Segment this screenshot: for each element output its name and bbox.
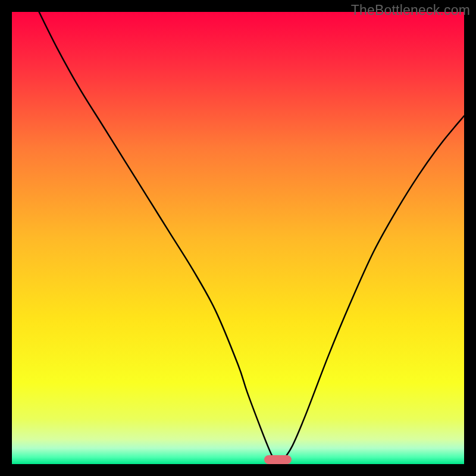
gradient-background <box>12 12 464 464</box>
chart-container: TheBottleneck.com <box>0 0 476 476</box>
watermark-label: TheBottleneck.com <box>351 2 470 18</box>
optimal-point-marker <box>264 455 292 464</box>
chart-svg <box>12 12 464 464</box>
plot-area <box>12 12 464 464</box>
